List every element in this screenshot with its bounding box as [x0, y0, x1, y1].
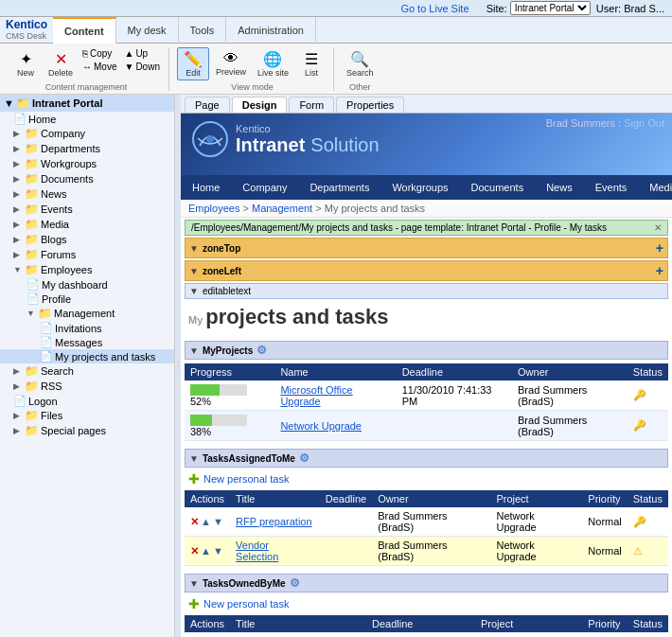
editable-text-label: editabletext — [203, 286, 251, 296]
content-area: Page Design Form Properties Kentico — [181, 95, 672, 637]
portal-nav-events[interactable]: Events — [584, 175, 639, 200]
move-down-2[interactable]: ▼ — [213, 545, 223, 557]
col-task-deadline: Deadline — [320, 490, 372, 507]
site-selector[interactable]: Intranet Portal — [510, 1, 591, 15]
sidebar-item-forums[interactable]: ▶ 📁 Forums — [0, 247, 174, 262]
tab-content[interactable]: Content — [53, 17, 116, 44]
edit-button[interactable]: ✏️ Edit — [177, 47, 209, 80]
tasks-owned-bar[interactable]: ▼ TasksOwnedByMe ⚙ — [185, 574, 668, 593]
editable-text-bar[interactable]: ▼ editabletext — [185, 283, 668, 299]
tab-tools[interactable]: Tools — [179, 17, 227, 44]
search-toolbar-button[interactable]: 🔍 Search — [342, 47, 379, 80]
portal-nav-departments[interactable]: Departments — [298, 175, 380, 200]
zone-left-add[interactable]: + — [656, 263, 663, 278]
zone-top-bar[interactable]: ▼ zoneTop + — [185, 238, 668, 258]
progress-bar-fill-2 — [190, 415, 212, 426]
project-link-1[interactable]: Microsoft Office Upgrade — [280, 384, 352, 407]
sidebar-item-media[interactable]: ▶ 📁 Media — [0, 217, 174, 232]
preview-label: Preview — [216, 67, 246, 77]
sidebar-item-management[interactable]: ▼ 📁 Management — [0, 306, 174, 321]
sidebar-item-rss[interactable]: ▶ 📁 RSS — [0, 379, 174, 394]
sidebar-item-blogs[interactable]: ▶ 📁 Blogs — [0, 232, 174, 247]
owned-col-project: Project — [475, 615, 582, 632]
breadcrumb-management[interactable]: Management — [252, 203, 312, 214]
tasks-owned-label: TasksOwnedByMe — [203, 578, 286, 589]
owned-title-1: Perform upgrade on all machines — [230, 632, 366, 637]
owned-deadline-1: 11/25/2010 12:00:00 AM — [366, 632, 475, 637]
table-row: ✕ ▲ ▼ RFP preparation Brad Summers (Brad… — [185, 507, 668, 537]
sign-out-link[interactable]: Sign Out — [624, 117, 664, 129]
new-button[interactable]: ✦ New — [9, 47, 42, 80]
sidebar-item-messages[interactable]: 📄 Messages — [0, 335, 174, 349]
sidebar-root[interactable]: ▼ 📁 Intranet Portal — [0, 95, 174, 112]
move-up-2[interactable]: ▲ — [201, 545, 211, 557]
sidebar-item-company[interactable]: ▶ 📁 Company — [0, 126, 174, 141]
portal-nav-media[interactable]: Media — [638, 175, 672, 200]
page-template-close[interactable]: ✕ — [654, 222, 662, 233]
sidebar-label-profile: Profile — [42, 293, 71, 305]
sidebar-item-invitations[interactable]: 📄 Invitations — [0, 321, 174, 335]
move-down-1[interactable]: ▼ — [213, 516, 223, 527]
sidebar-item-mydashboard[interactable]: 📄 My dashboard — [0, 277, 174, 292]
sidebar-item-news[interactable]: ▶ 📁 News — [0, 186, 174, 202]
delete-task-1[interactable]: ✕ — [190, 516, 199, 528]
sidebar-item-profile[interactable]: 📄 Profile — [0, 292, 174, 306]
project-link-2[interactable]: Network Upgrade — [280, 420, 362, 432]
task-link-2[interactable]: Vendor Selection — [236, 540, 278, 562]
zone-top-add[interactable]: + — [656, 240, 663, 256]
portal-nav-news[interactable]: News — [535, 175, 584, 200]
preview-icon: 👁 — [223, 50, 239, 67]
sidebar-item-workgroups[interactable]: ▶ 📁 Workgroups — [0, 156, 174, 171]
expand-management: ▼ — [27, 309, 38, 318]
col-task-status: Status — [628, 490, 668, 507]
user-label: User: — [596, 3, 621, 14]
sidebar-label-search: Search — [41, 365, 74, 377]
sidebar-item-logon[interactable]: 📄 Logon — [0, 394, 174, 408]
new-task-assigned-label: New personal task — [203, 473, 290, 485]
copy-button[interactable]: ⎘ Copy — [80, 47, 119, 60]
name-cell-1: Microsoft Office Upgrade — [274, 380, 396, 411]
myprojects-bar[interactable]: ▼ MyProjects ⚙ — [185, 341, 668, 360]
delete-task-2[interactable]: ✕ — [190, 545, 199, 557]
live-site-button[interactable]: 🌐 Live site — [253, 47, 293, 80]
sidebar-item-search[interactable]: ▶ 📁 Search — [0, 363, 174, 379]
up-button[interactable]: ▲ Up — [121, 47, 162, 60]
go-live-link[interactable]: Go to Live Site — [400, 3, 469, 14]
sidebar-item-departments[interactable]: ▶ 📁 Departments — [0, 141, 174, 156]
delete-button[interactable]: ✕ Delete — [44, 47, 78, 80]
sidebar-item-specialpages[interactable]: ▶ 📁 Special pages — [0, 423, 174, 438]
new-task-assigned-link[interactable]: ✚ New personal task — [181, 469, 672, 488]
portal-nav-home[interactable]: Home — [181, 175, 231, 200]
sidebar-item-employees[interactable]: ▼ 📁 Employees — [0, 262, 174, 277]
down-button[interactable]: ▼ Down — [121, 61, 162, 73]
title-cell-2: Vendor Selection — [230, 537, 320, 566]
zone-left-bar[interactable]: ▼ zoneLeft + — [185, 260, 668, 281]
sidebar-item-files[interactable]: ▶ 📁 Files — [0, 408, 174, 423]
new-task-owned-link[interactable]: ✚ New personal task — [181, 594, 672, 613]
owned-col-status: Status — [628, 615, 668, 632]
collapse-zone-left: ▼ — [189, 266, 199, 276]
tasks-assigned-bar[interactable]: ▼ TasksAssignedToMe ⚙ — [185, 449, 668, 468]
folder-icon-forums: 📁 — [25, 248, 39, 261]
breadcrumb-employees[interactable]: Employees — [188, 203, 239, 214]
tab-mydesk[interactable]: My desk — [116, 17, 179, 44]
move-button[interactable]: ↔ Move — [80, 61, 119, 73]
preview-button[interactable]: 👁 Preview — [211, 47, 251, 80]
portal-nav-workgroups[interactable]: Workgroups — [380, 175, 459, 200]
tab-administration[interactable]: Administration — [226, 17, 316, 44]
sidebar-item-events[interactable]: ▶ 📁 Events — [0, 202, 174, 217]
sidebar-item-home[interactable]: 📄 Home — [0, 112, 174, 126]
move-up-1[interactable]: ▲ — [201, 516, 211, 527]
tab-page[interactable]: Page — [185, 97, 230, 113]
task-project-2: Network Upgrade — [490, 537, 582, 566]
portal-nav-documents[interactable]: Documents — [460, 175, 536, 200]
portal-nav-company[interactable]: Company — [231, 175, 298, 200]
sidebar-item-documents[interactable]: ▶ 📁 Documents — [0, 171, 174, 186]
tab-form[interactable]: Form — [289, 97, 334, 113]
move-icon: ↔ — [82, 62, 92, 72]
list-button[interactable]: ☰ List — [295, 47, 327, 80]
tab-design[interactable]: Design — [232, 97, 288, 113]
tab-properties[interactable]: Properties — [336, 97, 404, 113]
task-link-1[interactable]: RFP preparation — [236, 516, 312, 527]
sidebar-item-myprojectsandtasks[interactable]: 📄 My projects and tasks — [0, 349, 174, 363]
